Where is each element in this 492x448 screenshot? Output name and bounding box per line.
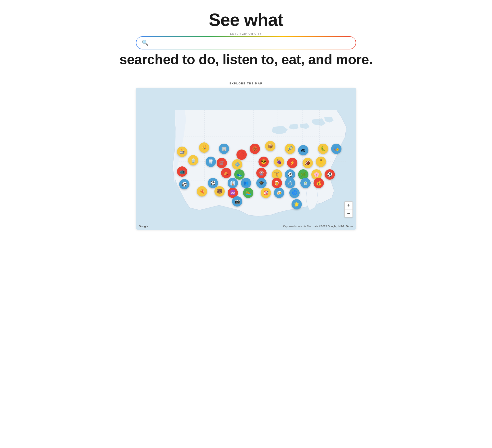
search-input-row: 🔍	[136, 36, 356, 49]
map-pin[interactable]: 🍺	[272, 178, 282, 188]
map-pin[interactable]: 📷	[232, 196, 242, 207]
map-pin[interactable]: 🍵	[188, 155, 198, 165]
map-pin[interactable]: 🎭	[331, 144, 341, 154]
map-pin[interactable]: ⛺	[221, 168, 231, 178]
map-pin[interactable]: ⚽	[325, 169, 335, 180]
map-pin[interactable]: 🏟	[298, 145, 308, 155]
explore-label: EXPLORE THE MAP	[229, 82, 262, 85]
map-pin[interactable]: 🏢	[219, 144, 229, 154]
map-container: 🎰👑🏢🚫🏀📦🎾🏟🐛🎭🍵🦷🛒⚙️😎🍇⚡🏈👶📺⛺👟🎡🏋️⚽🌿🌸⚽⚽⚽👔👥🎓🍺💍🍵💰🍕…	[136, 88, 356, 230]
map-pin[interactable]: 🏈	[303, 158, 313, 168]
map-pin[interactable]: 📦	[265, 141, 275, 151]
map-pin[interactable]: 💰	[314, 178, 324, 188]
map-pin[interactable]: ⚙️	[232, 159, 242, 170]
zoom-in-button[interactable]: +	[345, 202, 352, 209]
map-pin[interactable]: ⚽	[179, 179, 189, 189]
map-pin[interactable]: 🐛	[318, 144, 328, 154]
map-pin[interactable]: 👑	[199, 142, 209, 153]
map-pin[interactable]: 🎡	[256, 168, 267, 178]
map-pin[interactable]: 😎	[258, 157, 269, 167]
map-pin[interactable]: 👶	[316, 157, 326, 167]
map-pin[interactable]: ⚡	[287, 158, 297, 168]
search-wrapper: 🔍	[136, 36, 356, 49]
search-label: ENTER ZIP OR CITY	[136, 32, 356, 35]
map-pin[interactable]: 🍻	[274, 188, 284, 198]
map-pin[interactable]: 🍇	[274, 157, 284, 167]
map-pin[interactable]: 🎓	[256, 178, 267, 188]
headline-bottom: searched to do, listen to, eat, and more…	[119, 51, 373, 67]
search-section: ENTER ZIP OR CITY 🔍	[136, 32, 356, 49]
map-pin[interactable]: 🎯	[261, 188, 271, 198]
pins-layer: 🎰👑🏢🚫🏀📦🎾🏟🐛🎭🍵🦷🛒⚙️😎🍇⚡🏈👶📺⛺👟🎡🏋️⚽🌿🌸⚽⚽⚽👔👥🎓🍺💍🍵💰🍕…	[136, 88, 356, 230]
map-pin[interactable]: 🚫	[236, 149, 247, 160]
map-pin[interactable]: 💍	[285, 178, 295, 188]
map-attribution-left: Google	[139, 225, 148, 228]
search-icon: 🔍	[142, 40, 148, 46]
map-pin[interactable]: 🌟	[292, 199, 302, 209]
map-pin[interactable]: 🍕	[197, 186, 207, 196]
zoom-controls: + −	[344, 201, 353, 218]
headline-top: See what	[209, 10, 283, 30]
zoom-out-button[interactable]: −	[345, 209, 352, 217]
map-pin[interactable]: ⚽	[208, 178, 218, 188]
map-pin[interactable]: 📺	[177, 166, 187, 177]
search-input[interactable]	[152, 40, 350, 46]
map-pin[interactable]: 👟	[234, 169, 245, 180]
map-pin[interactable]: 🐻	[214, 186, 225, 196]
map-pin[interactable]: 🦷	[206, 157, 216, 167]
map-pin[interactable]: 🌀	[289, 188, 300, 198]
map-pin[interactable]: 🏊	[243, 188, 253, 198]
map-pin[interactable]: 🛒	[217, 158, 227, 168]
map-attribution-right: Keyboard shortcuts Map data ©2023 Google…	[283, 225, 353, 228]
map-pin[interactable]: 🏀	[250, 144, 260, 154]
map-pin[interactable]: 👥	[241, 178, 251, 188]
map-pin[interactable]: 🎰	[177, 147, 187, 157]
map-pin[interactable]: 🎾	[285, 144, 295, 154]
map-pin[interactable]: 👔	[228, 178, 238, 188]
map-pin[interactable]: 🍵	[300, 178, 311, 188]
